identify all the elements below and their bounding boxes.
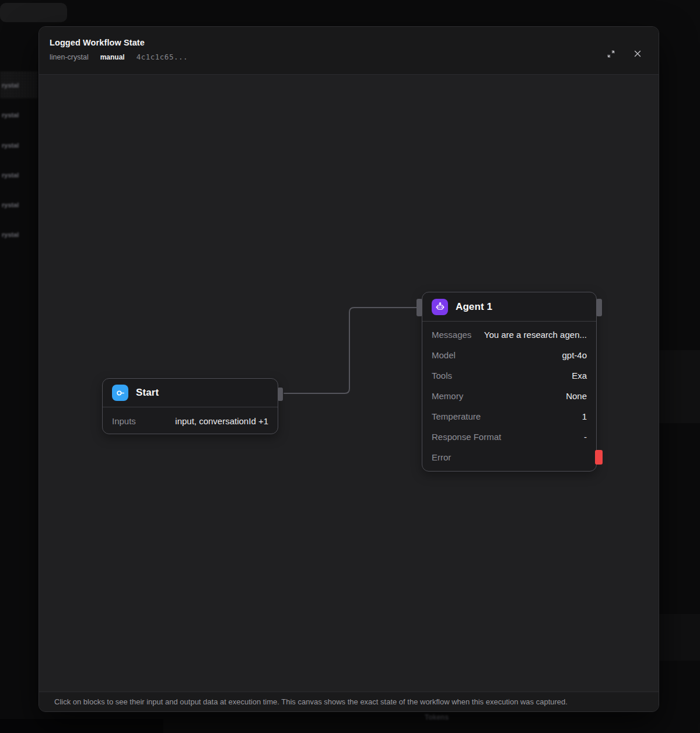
- start-block-header: Start: [103, 379, 278, 407]
- start-icon: [112, 385, 128, 401]
- trigger-type-badge: manual: [100, 53, 125, 61]
- row-label: Response Format: [432, 432, 501, 442]
- background-strip: [0, 719, 163, 733]
- agent-row-error: Error: [432, 447, 587, 467]
- agent-block-header: Agent 1: [422, 292, 596, 322]
- execution-id: 4c1c1c65...: [136, 53, 188, 61]
- agent-row-messages: Messages You are a research agen...: [432, 324, 587, 345]
- row-value: gpt-4o: [562, 350, 587, 360]
- dialog-footer: Click on blocks to see their input and o…: [39, 692, 659, 711]
- execution-list-item[interactable]: rystal: [0, 191, 37, 218]
- dialog-meta-row: linen-crystal manual 4c1c1c65...: [50, 53, 645, 61]
- execution-list-item[interactable]: rystal: [0, 221, 37, 248]
- row-label: Error: [432, 452, 451, 462]
- background-panel-fragment: [659, 350, 700, 423]
- row-label: Inputs: [112, 416, 136, 426]
- background-panel-fragment: [659, 614, 700, 661]
- workflow-canvas[interactable]: Start Inputs input, conversationId +1: [39, 75, 659, 692]
- execution-list-item[interactable]: rystal: [0, 131, 37, 159]
- row-value: 1: [582, 411, 587, 421]
- agent-block-body: Messages You are a research agen... Mode…: [422, 322, 596, 467]
- start-block[interactable]: Start Inputs input, conversationId +1: [102, 378, 278, 434]
- agent-block[interactable]: Agent 1 Messages You are a research agen…: [422, 292, 597, 472]
- tokens-label: Tokens: [425, 713, 449, 721]
- logged-workflow-state-dialog: Logged Workflow State linen-crystal manu…: [38, 26, 659, 712]
- start-output-handle[interactable]: [278, 388, 283, 401]
- execution-list-item[interactable]: rystal: [0, 101, 37, 128]
- agent-input-handle[interactable]: [416, 299, 422, 316]
- start-block-body: Inputs input, conversationId +1: [103, 407, 278, 434]
- canvas-hint-text: Click on blocks to see their input and o…: [54, 697, 568, 706]
- row-value: You are a research agen...: [484, 330, 587, 340]
- row-value: input, conversationId +1: [175, 416, 268, 426]
- agent-row-tools: Tools Exa: [432, 365, 587, 386]
- close-icon[interactable]: [631, 47, 645, 61]
- execution-list-item[interactable]: rystal: [0, 71, 37, 99]
- start-row-inputs: Inputs input, conversationId +1: [112, 407, 268, 434]
- row-label: Messages: [432, 330, 471, 340]
- row-label: Temperature: [432, 411, 481, 421]
- bot-icon: [432, 299, 448, 315]
- agent-row-temperature: Temperature 1: [432, 406, 587, 427]
- background-execution-list: rystal rystal rystal rystal rystal rysta…: [0, 64, 37, 257]
- row-value: Exa: [572, 371, 587, 381]
- expand-icon[interactable]: [604, 47, 618, 61]
- start-block-title: Start: [136, 387, 159, 399]
- execution-list-item[interactable]: rystal: [0, 161, 37, 189]
- row-label: Tools: [432, 371, 452, 381]
- error-value-chip: [595, 450, 603, 465]
- dialog-actions: [604, 47, 645, 61]
- dialog-title: Logged Workflow State: [50, 38, 645, 47]
- row-label: Model: [432, 350, 456, 360]
- background-toolbar-pill: [0, 3, 67, 22]
- dialog-header: Logged Workflow State linen-crystal manu…: [39, 27, 659, 75]
- row-label: Memory: [432, 391, 463, 401]
- agent-row-memory: Memory None: [432, 386, 587, 406]
- agent-output-handle[interactable]: [596, 299, 602, 316]
- row-value: -: [584, 432, 587, 442]
- agent-row-model: Model gpt-4o: [432, 345, 587, 365]
- row-value: None: [566, 391, 587, 401]
- agent-row-response-format: Response Format -: [432, 427, 587, 447]
- agent-block-title: Agent 1: [456, 301, 492, 313]
- workflow-name: linen-crystal: [50, 53, 89, 61]
